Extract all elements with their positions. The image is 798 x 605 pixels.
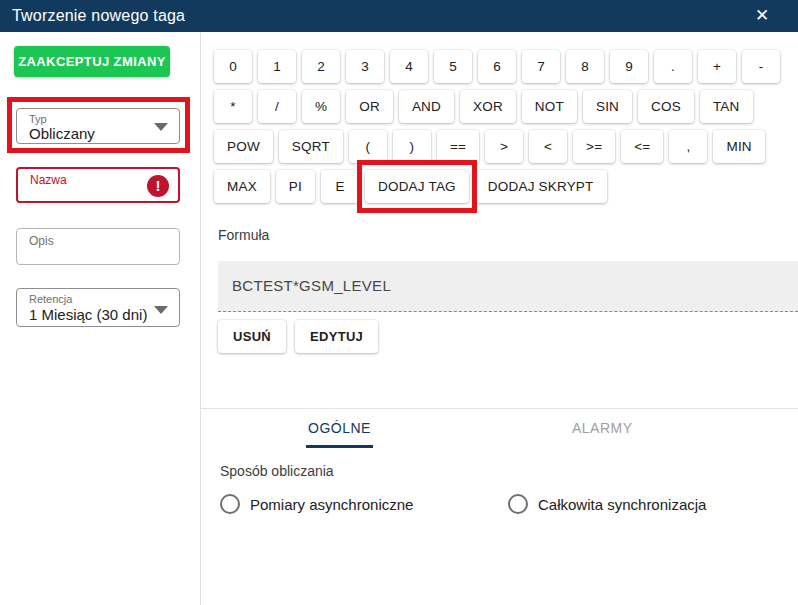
- delete-button[interactable]: USUŃ: [218, 320, 286, 353]
- key-percent[interactable]: %: [302, 90, 340, 123]
- dialog-title: Tworzenie nowego taga: [12, 7, 185, 25]
- key-less-than[interactable]: <: [529, 130, 567, 163]
- retention-select-value: 1 Miesiąc (30 dni): [29, 306, 147, 324]
- key-or[interactable]: OR: [346, 90, 393, 123]
- accept-changes-button[interactable]: ZAAKCEPTUJ ZMIANY: [14, 46, 170, 77]
- key-1[interactable]: 1: [258, 50, 296, 83]
- key-3[interactable]: 3: [346, 50, 384, 83]
- key-tan[interactable]: TAN: [700, 90, 753, 123]
- key-5[interactable]: 5: [434, 50, 472, 83]
- error-icon: !: [147, 175, 169, 197]
- key-greater-equal[interactable]: >=: [573, 130, 615, 163]
- formula-keyboard: 0 1 2 3 4 5 6 7 8 9 . + - * / % OR AND X…: [214, 50, 792, 210]
- key-close-paren[interactable]: ): [393, 130, 431, 163]
- type-select-value: Obliczany: [29, 125, 95, 143]
- key-multiply[interactable]: *: [214, 90, 252, 123]
- key-and[interactable]: AND: [399, 90, 454, 123]
- formula-display[interactable]: BCTEST*GSM_LEVEL: [218, 261, 798, 312]
- key-7[interactable]: 7: [522, 50, 560, 83]
- keyboard-row-4: MAX PI E DODAJ TAG DODAJ SKRYPT: [214, 170, 792, 203]
- key-dot[interactable]: .: [654, 50, 692, 83]
- key-4[interactable]: 4: [390, 50, 428, 83]
- description-input[interactable]: Opis: [16, 228, 180, 265]
- key-cos[interactable]: COS: [638, 90, 694, 123]
- key-greater-than[interactable]: >: [485, 130, 523, 163]
- key-e[interactable]: E: [321, 170, 359, 203]
- key-comma[interactable]: ,: [669, 130, 707, 163]
- tab-alarms[interactable]: ALARMY: [570, 420, 635, 445]
- radio-option-full-sync[interactable]: Całkowita synchronizacja: [508, 494, 706, 514]
- edit-button[interactable]: EDYTUJ: [295, 320, 378, 353]
- key-pow[interactable]: POW: [214, 130, 273, 163]
- retention-select[interactable]: Retencja 1 Miesiąc (30 dni): [16, 288, 180, 327]
- radio-icon[interactable]: [220, 494, 240, 514]
- radio-icon[interactable]: [508, 494, 528, 514]
- create-tag-dialog: Tworzenie nowego taga ✕ ZAAKCEPTUJ ZMIAN…: [0, 0, 798, 605]
- radio-label-async: Pomiary asynchroniczne: [250, 496, 413, 513]
- tabs-divider: [201, 408, 798, 409]
- calculation-method-label: Sposób obliczania: [220, 463, 334, 479]
- formula-actions: USUŃ EDYTUJ: [218, 320, 378, 353]
- retention-select-label: Retencja: [29, 293, 72, 305]
- key-not[interactable]: NOT: [522, 90, 577, 123]
- radio-label-full-sync: Całkowita synchronizacja: [538, 496, 706, 513]
- key-pi[interactable]: PI: [276, 170, 315, 203]
- keyboard-row-3: POW SQRT ( ) == > < >= <= , MIN: [214, 130, 792, 163]
- key-6[interactable]: 6: [478, 50, 516, 83]
- key-8[interactable]: 8: [566, 50, 604, 83]
- name-input-label: Nazwa: [30, 174, 67, 186]
- add-script-button[interactable]: DODAJ SKRYPT: [475, 170, 607, 203]
- key-sqrt[interactable]: SQRT: [279, 130, 343, 163]
- add-tag-button[interactable]: DODAJ TAG: [365, 170, 469, 203]
- keyboard-row-2: * / % OR AND XOR NOT SIN COS TAN: [214, 90, 792, 123]
- sidebar-divider: [200, 32, 201, 605]
- key-divide[interactable]: /: [258, 90, 296, 123]
- key-min[interactable]: MIN: [713, 130, 764, 163]
- key-minus[interactable]: -: [742, 50, 780, 83]
- key-xor[interactable]: XOR: [460, 90, 516, 123]
- key-max[interactable]: MAX: [214, 170, 270, 203]
- key-0[interactable]: 0: [214, 50, 252, 83]
- key-2[interactable]: 2: [302, 50, 340, 83]
- type-select[interactable]: Typ Obliczany: [16, 108, 180, 144]
- description-input-label: Opis: [29, 235, 54, 247]
- key-sin[interactable]: SIN: [583, 90, 632, 123]
- type-select-label: Typ: [29, 113, 47, 125]
- chevron-down-icon: [154, 123, 168, 131]
- key-open-paren[interactable]: (: [349, 130, 387, 163]
- key-plus[interactable]: +: [698, 50, 736, 83]
- name-input[interactable]: Nazwa !: [16, 167, 180, 203]
- tab-general[interactable]: OGÓLNE: [306, 420, 373, 448]
- keyboard-row-1: 0 1 2 3 4 5 6 7 8 9 . + -: [214, 50, 792, 83]
- formula-label: Formuła: [218, 227, 269, 243]
- close-icon[interactable]: ✕: [750, 4, 774, 28]
- add-tag-wrap: DODAJ TAG: [365, 170, 469, 203]
- chevron-down-icon: [154, 306, 168, 314]
- key-equals[interactable]: ==: [437, 130, 479, 163]
- key-less-equal[interactable]: <=: [621, 130, 663, 163]
- dialog-titlebar: Tworzenie nowego taga ✕: [0, 0, 798, 32]
- key-9[interactable]: 9: [610, 50, 648, 83]
- radio-option-async[interactable]: Pomiary asynchroniczne: [220, 494, 413, 514]
